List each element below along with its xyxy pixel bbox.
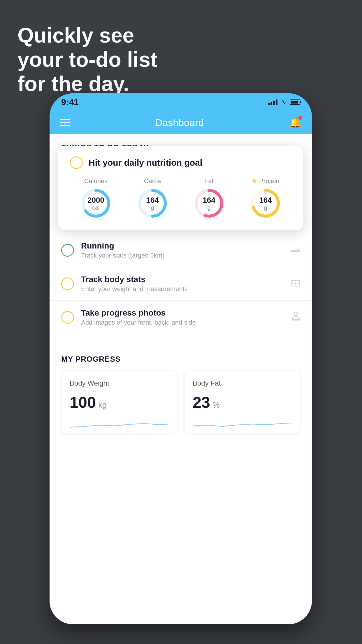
status-bar: 9:41 ∿ bbox=[50, 93, 312, 111]
headline-line1: Quickly see bbox=[17, 24, 134, 47]
calories-ring: 2000 cal bbox=[80, 187, 112, 219]
progress-photos-subtitle: Add images of your front, back, and side bbox=[81, 319, 284, 326]
macro-carbs: Carbs 164 g bbox=[136, 177, 168, 219]
macro-calories: Calories 2000 cal bbox=[80, 177, 112, 219]
body-weight-card: Body Weight 100 kg bbox=[61, 371, 177, 433]
svg-rect-12 bbox=[292, 320, 299, 321]
body-weight-sparkline bbox=[70, 417, 169, 432]
macro-fat: Fat 164 g bbox=[193, 177, 225, 219]
running-text: Running Track your stats (target: 5km) bbox=[81, 241, 283, 259]
macro-protein-label: ★ Protein bbox=[252, 177, 280, 185]
wifi-icon: ∿ bbox=[281, 98, 286, 106]
todo-list: Running Track your stats (target: 5km) T… bbox=[50, 234, 312, 334]
status-icons: ∿ bbox=[268, 98, 300, 106]
svg-point-11 bbox=[294, 312, 298, 316]
todo-item-progress-photos[interactable]: Take progress photos Add images of your … bbox=[50, 301, 312, 334]
status-time: 9:41 bbox=[61, 97, 79, 107]
progress-photos-checkbox[interactable] bbox=[61, 311, 74, 324]
nutrition-card: Hit your daily nutrition goal Calories 2… bbox=[58, 146, 303, 230]
body-fat-unit: % bbox=[212, 400, 220, 410]
progress-cards: Body Weight 100 kg Body Fat 23 % bbox=[61, 371, 300, 433]
nutrition-macros: Calories 2000 cal Carbs bbox=[70, 177, 291, 219]
running-checkbox[interactable] bbox=[61, 244, 74, 257]
hamburger-menu[interactable] bbox=[60, 119, 70, 126]
progress-photos-title: Take progress photos bbox=[81, 308, 284, 318]
nutrition-checkbox[interactable] bbox=[70, 156, 83, 169]
headline-line3: for the day. bbox=[17, 72, 129, 95]
scale-icon bbox=[290, 278, 300, 290]
macro-fat-label: Fat bbox=[204, 177, 214, 185]
progress-section: MY PROGRESS Body Weight 100 kg Body Fat bbox=[50, 343, 312, 433]
body-stats-checkbox[interactable] bbox=[61, 277, 74, 290]
headline: Quickly see your to-do list for the day. bbox=[17, 23, 157, 96]
todo-item-body-stats[interactable]: Track body stats Enter your weight and m… bbox=[50, 267, 312, 301]
body-fat-sparkline bbox=[193, 417, 292, 432]
running-title: Running bbox=[81, 241, 283, 251]
nav-bar: Dashboard 🔔 bbox=[50, 111, 312, 134]
shoe-icon bbox=[290, 245, 300, 256]
headline-line2: your to-do list bbox=[17, 48, 157, 71]
running-subtitle: Track your stats (target: 5km) bbox=[81, 252, 283, 259]
signal-icon bbox=[268, 99, 277, 105]
fat-ring: 164 g bbox=[193, 187, 225, 219]
carbs-ring: 164 g bbox=[136, 187, 168, 219]
body-stats-text: Track body stats Enter your weight and m… bbox=[81, 275, 283, 293]
body-weight-unit: kg bbox=[98, 400, 107, 410]
body-weight-number: 100 bbox=[70, 393, 96, 411]
nutrition-title: Hit your daily nutrition goal bbox=[89, 158, 202, 168]
star-icon: ★ bbox=[252, 177, 257, 185]
body-stats-subtitle: Enter your weight and measurements bbox=[81, 285, 283, 293]
content-area: THINGS TO DO TODAY Hit your daily nutrit… bbox=[50, 134, 312, 624]
body-fat-card-title: Body Fat bbox=[193, 379, 292, 387]
body-fat-number: 23 bbox=[193, 393, 210, 411]
nav-title: Dashboard bbox=[155, 117, 204, 128]
battery-icon bbox=[290, 99, 300, 105]
macro-carbs-label: Carbs bbox=[144, 177, 161, 185]
macro-calories-label: Calories bbox=[84, 177, 108, 185]
body-fat-card: Body Fat 23 % bbox=[184, 371, 300, 433]
person-icon bbox=[291, 312, 300, 323]
body-fat-value: 23 % bbox=[193, 393, 292, 411]
body-weight-card-title: Body Weight bbox=[70, 379, 169, 387]
phone-frame: 9:41 ∿ Dashboard 🔔 THI bbox=[50, 93, 312, 624]
notification-dot bbox=[298, 116, 302, 120]
notification-bell[interactable]: 🔔 bbox=[289, 117, 301, 128]
todo-item-running[interactable]: Running Track your stats (target: 5km) bbox=[50, 234, 312, 267]
progress-photos-text: Take progress photos Add images of your … bbox=[81, 308, 284, 326]
body-stats-title: Track body stats bbox=[81, 275, 283, 284]
body-weight-value: 100 kg bbox=[70, 393, 169, 411]
macro-protein: ★ Protein 164 g bbox=[249, 177, 282, 219]
protein-ring: 164 g bbox=[249, 187, 282, 219]
progress-title: MY PROGRESS bbox=[61, 355, 300, 364]
nutrition-header: Hit your daily nutrition goal bbox=[70, 156, 291, 169]
